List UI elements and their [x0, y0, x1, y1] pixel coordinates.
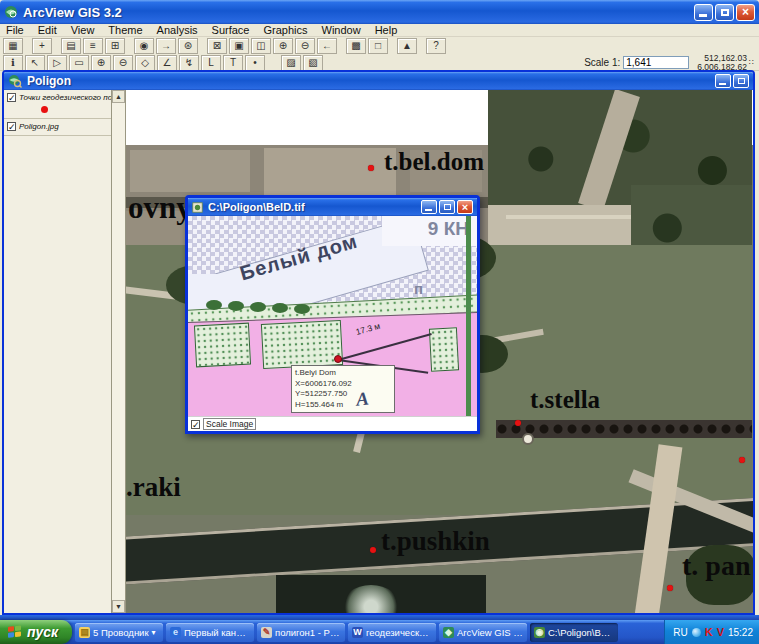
zoom-active-theme-button[interactable]: ▣: [229, 38, 249, 54]
locate-address-button[interactable]: →: [156, 38, 176, 54]
vertex-edit-tool[interactable]: ▷: [47, 55, 67, 71]
legend-item-points[interactable]: ✓ Точки геодезического полигона: [4, 90, 111, 119]
language-indicator[interactable]: RU: [673, 627, 687, 638]
draw-point-tool[interactable]: •: [245, 55, 265, 71]
zoom-out-tool[interactable]: ⊖: [113, 55, 133, 71]
point-name: t.Belyi Dom: [295, 368, 391, 379]
legend-label-points: Точки геодезического полигона: [19, 93, 112, 102]
zoom-previous-button[interactable]: ←: [317, 38, 337, 54]
text-tool[interactable]: T: [223, 55, 243, 71]
scale-image-checkbox[interactable]: ✓: [191, 420, 200, 429]
poligon-minimize-button[interactable]: [715, 74, 731, 88]
label-tool[interactable]: L: [201, 55, 221, 71]
help-button[interactable]: ?: [426, 38, 446, 54]
tif-window[interactable]: C:\Poligon\BelD.tif × 9 КН Белы: [185, 195, 480, 434]
survey-point-marker[interactable]: [334, 355, 342, 363]
identify-tool[interactable]: ℹ: [3, 55, 23, 71]
query-builder-button[interactable]: ⊛: [178, 38, 198, 54]
taskbar-item-ie[interactable]: e Первый канал он...: [166, 623, 254, 642]
select-tool[interactable]: ▭: [69, 55, 89, 71]
lawn-parcel: [261, 320, 343, 369]
scroll-down-button[interactable]: ▼: [112, 600, 125, 613]
start-button[interactable]: пуск: [0, 620, 72, 644]
taskbar-item-arcview[interactable]: ◆ ArcView GIS 3.2: [439, 623, 527, 642]
bush-icon: [206, 300, 222, 310]
pan-tool[interactable]: ◇: [135, 55, 155, 71]
paint-icon: ✎: [261, 627, 272, 638]
p-label: п: [414, 280, 423, 297]
zoom-out-button[interactable]: ⊖: [295, 38, 315, 54]
zoom-full-extent-button[interactable]: ⊠: [207, 38, 227, 54]
lawn-parcel: [194, 323, 251, 368]
close-button[interactable]: ×: [736, 4, 755, 21]
zoom-selected-button[interactable]: ◫: [251, 38, 271, 54]
start-label: пуск: [27, 624, 58, 640]
point-h: H=155.464 m: [295, 400, 391, 411]
open-theme-table-button[interactable]: ⊞: [105, 38, 125, 54]
map-view[interactable]: t.bel.dom ovny t.stella t.raki t.pushkin…: [126, 90, 753, 613]
poligon-maximize-button[interactable]: [733, 74, 749, 88]
measure-tool[interactable]: ∠: [157, 55, 177, 71]
menu-graphics[interactable]: Graphics: [264, 24, 308, 36]
point-east[interactable]: [739, 457, 745, 463]
zoom-in-button[interactable]: ⊕: [273, 38, 293, 54]
legend-label-image: Poligon.jpg: [19, 122, 59, 131]
add-theme-button[interactable]: +: [32, 38, 52, 54]
main-titlebar[interactable]: ArcView GIS 3.2 ×: [0, 0, 759, 24]
minimize-button[interactable]: [694, 4, 713, 21]
legend-checkbox-image[interactable]: ✓: [7, 122, 16, 131]
legend-item-image[interactable]: ✓ Poligon.jpg: [4, 119, 111, 136]
legend-panel: ✓ Точки геодезического полигона ✓ Poligo…: [4, 90, 112, 613]
taskbar-item-explorer[interactable]: ▤ 5 Проводник ▾: [75, 623, 163, 642]
menu-file[interactable]: File: [6, 24, 24, 36]
menu-view[interactable]: View: [71, 24, 95, 36]
block-label: 9 КН: [428, 218, 469, 240]
volume-icon[interactable]: [692, 628, 701, 637]
point-stella[interactable]: [515, 420, 521, 426]
label-pushkin: t.pushkin: [381, 526, 490, 557]
edit-legend-button[interactable]: ≡: [83, 38, 103, 54]
find-button[interactable]: ◉: [134, 38, 154, 54]
select-features-button[interactable]: ▩: [346, 38, 366, 54]
theme-properties-button[interactable]: ▤: [61, 38, 81, 54]
legend-scrollbar[interactable]: ▲ ▼: [112, 90, 126, 613]
restore-button[interactable]: [715, 4, 734, 21]
tif-plan-view: 9 КН Белый дом п: [188, 216, 477, 416]
menu-surface[interactable]: Surface: [212, 24, 250, 36]
poligon-titlebar[interactable]: Poligon: [4, 72, 753, 90]
tray-app-icon-k[interactable]: K: [705, 626, 713, 638]
clear-selection-button[interactable]: □: [368, 38, 388, 54]
tif-close-button[interactable]: ×: [457, 200, 473, 214]
taskbar-item-tif[interactable]: ◉ C:\Poligon\BelD.tif: [530, 623, 618, 642]
create-chart-button[interactable]: ▲: [397, 38, 417, 54]
menu-edit[interactable]: Edit: [38, 24, 57, 36]
taskbar-item-word[interactable]: W геодезический по...: [348, 623, 436, 642]
histogram-tool[interactable]: ▨: [281, 55, 301, 71]
tif-restore-button[interactable]: [439, 200, 455, 214]
point-pan[interactable]: [667, 585, 673, 591]
menu-window[interactable]: Window: [322, 24, 361, 36]
task-label: полигон1 - Paint: [275, 627, 341, 638]
zoom-in-tool[interactable]: ⊕: [91, 55, 111, 71]
point-pushkin[interactable]: [370, 547, 376, 553]
scroll-up-button[interactable]: ▲: [112, 90, 125, 103]
legend-checkbox-points[interactable]: ✓: [7, 93, 16, 102]
menu-theme[interactable]: Theme: [108, 24, 142, 36]
tif-titlebar[interactable]: C:\Poligon\BelD.tif ×: [188, 198, 477, 216]
scale-input[interactable]: 1,641: [623, 56, 689, 69]
word-icon: W: [352, 627, 363, 638]
site-plan: 9 КН Белый дом п: [188, 216, 477, 416]
menu-analysis[interactable]: Analysis: [157, 24, 198, 36]
task-label: ArcView GIS 3.2: [457, 627, 523, 638]
folder-icon: ▤: [79, 627, 90, 638]
tif-minimize-button[interactable]: [421, 200, 437, 214]
hotlink-tool[interactable]: ↯: [179, 55, 199, 71]
pointer-tool[interactable]: ↖: [25, 55, 45, 71]
save-project-button[interactable]: ▦: [3, 38, 23, 54]
coord-dots-icon: ∷: [749, 59, 754, 67]
taskbar-item-paint[interactable]: ✎ полигон1 - Paint: [257, 623, 345, 642]
area-tool[interactable]: ▧: [303, 55, 323, 71]
tray-app-icon-v[interactable]: V: [717, 626, 724, 638]
point-bel-dom[interactable]: [368, 165, 374, 171]
menu-help[interactable]: Help: [375, 24, 398, 36]
